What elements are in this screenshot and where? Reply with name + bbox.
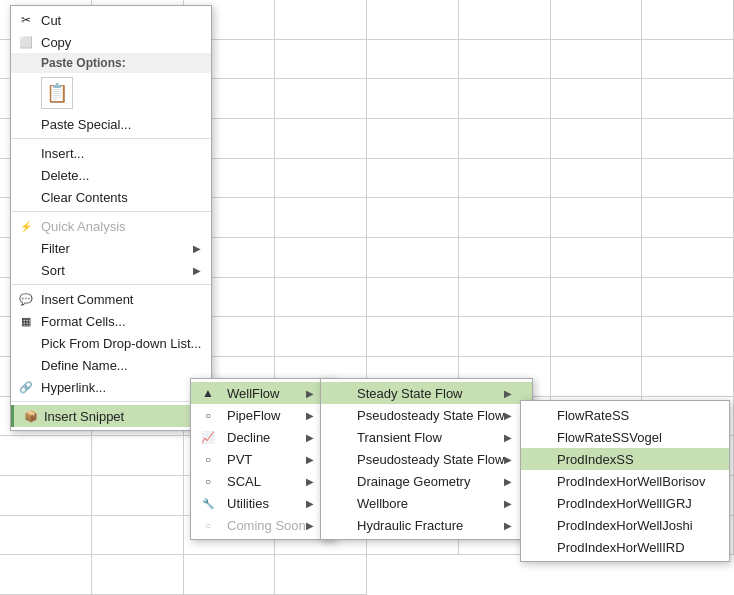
paste-options-label: Paste Options:: [11, 53, 211, 73]
grid-cell: [0, 436, 92, 476]
grid-cell: [275, 79, 367, 119]
grid-cell: [367, 238, 459, 278]
arrow-icon: ▶: [504, 432, 512, 443]
menu-item-drainage-geometry[interactable]: Drainage Geometry ▶: [321, 470, 532, 492]
menu-item-insert-snippet[interactable]: 📦 Insert Snippet ▶: [11, 405, 211, 427]
menu-item-prod-index-ss[interactable]: ProdIndexSS: [521, 448, 729, 470]
grid-cell: [367, 119, 459, 159]
menu-item-pseudosteady-state-flow-1[interactable]: Pseudosteady State Flow ▶: [321, 404, 532, 426]
grid-cell: [92, 555, 184, 595]
menu-item-utilities[interactable]: 🔧 Utilities ▶: [191, 492, 334, 514]
pvt-icon: ○: [199, 450, 217, 468]
arrow-icon: ▶: [504, 520, 512, 531]
grid-cell: [184, 555, 276, 595]
grid-cell: [92, 516, 184, 556]
grid-cell: [367, 317, 459, 357]
grid-cell: [275, 278, 367, 318]
grid-cell: [0, 476, 92, 516]
arrow-icon: ▶: [504, 388, 512, 399]
grid-cell: [642, 238, 734, 278]
grid-cell: [92, 436, 184, 476]
grid-cell: [551, 357, 643, 397]
utilities-icon: 🔧: [199, 494, 217, 512]
grid-cell: [459, 119, 551, 159]
grid-cell: [642, 79, 734, 119]
grid-cell: [551, 198, 643, 238]
grid-cell: [367, 0, 459, 40]
menu-item-hydraulic-fracture[interactable]: Hydraulic Fracture ▶: [321, 514, 532, 536]
menu-item-pseudosteady-state-flow-2[interactable]: Pseudosteady State Flow ▶: [321, 448, 532, 470]
menu-item-delete[interactable]: Delete...: [11, 164, 211, 186]
grid-cell: [275, 198, 367, 238]
grid-cell: [551, 0, 643, 40]
grid-cell: [551, 159, 643, 199]
menu-item-filter[interactable]: Filter ▶: [11, 237, 211, 259]
grid-cell: [642, 40, 734, 80]
arrow-icon: ▶: [306, 410, 314, 421]
grid-cell: [551, 79, 643, 119]
cut-icon: ✂: [17, 11, 35, 29]
comment-icon: 💬: [17, 290, 35, 308]
menu-item-paste-special[interactable]: Paste Special...: [11, 113, 211, 135]
arrow-icon: ▶: [306, 432, 314, 443]
menu-item-wellbore[interactable]: Wellbore ▶: [321, 492, 532, 514]
grid-cell: [551, 317, 643, 357]
grid-cell: [642, 159, 734, 199]
grid-cell: [642, 119, 734, 159]
menu-item-flow-rate-ss-vogel[interactable]: FlowRateSSVogel: [521, 426, 729, 448]
grid-cell: [642, 0, 734, 40]
menu-item-copy[interactable]: ⬜ Copy: [11, 31, 211, 53]
menu-item-insert[interactable]: Insert...: [11, 142, 211, 164]
separator: [11, 284, 211, 285]
menu-item-wellflow[interactable]: ▲ WellFlow ▶: [191, 382, 334, 404]
grid-cell: [642, 357, 734, 397]
menu-item-prod-index-hor-well-borisov[interactable]: ProdIndexHorWellBorisov: [521, 470, 729, 492]
menu-item-clear-contents[interactable]: Clear Contents: [11, 186, 211, 208]
menu-item-sort[interactable]: Sort ▶: [11, 259, 211, 281]
menu-item-coming-soon[interactable]: ○ Coming Soon ▶: [191, 514, 334, 536]
separator: [11, 401, 211, 402]
grid-cell: [551, 278, 643, 318]
arrow-icon: ▶: [306, 520, 314, 531]
paste-icon-button[interactable]: 📋: [41, 77, 73, 109]
menu-item-pipeflow[interactable]: ○ PipeFlow ▶: [191, 404, 334, 426]
menu-item-quick-analysis[interactable]: ⚡ Quick Analysis: [11, 215, 211, 237]
coming-soon-icon: ○: [199, 516, 217, 534]
arrow-icon: ▶: [504, 410, 512, 421]
scal-icon: ○: [199, 472, 217, 490]
grid-cell: [642, 317, 734, 357]
grid-cell: [367, 198, 459, 238]
menu-item-prod-index-hor-well-joshi[interactable]: ProdIndexHorWellJoshi: [521, 514, 729, 536]
arrow-icon: ▶: [504, 454, 512, 465]
separator: [11, 138, 211, 139]
menu-item-pick-dropdown[interactable]: Pick From Drop-down List...: [11, 332, 211, 354]
paste-icon-area: 📋: [11, 73, 211, 113]
menu-item-pvt[interactable]: ○ PVT ▶: [191, 448, 334, 470]
menu-item-insert-comment[interactable]: 💬 Insert Comment: [11, 288, 211, 310]
submenu-steady-state-flow: FlowRateSS FlowRateSSVogel ProdIndexSS P…: [520, 400, 730, 562]
format-cells-icon: ▦: [17, 312, 35, 330]
grid-cell: [275, 159, 367, 199]
grid-cell: [275, 40, 367, 80]
menu-item-transient-flow[interactable]: Transient Flow ▶: [321, 426, 532, 448]
grid-cell: [0, 516, 92, 556]
paste-icon: 📋: [46, 82, 68, 104]
menu-item-format-cells[interactable]: ▦ Format Cells...: [11, 310, 211, 332]
menu-item-decline[interactable]: 📈 Decline ▶: [191, 426, 334, 448]
grid-cell: [459, 79, 551, 119]
menu-item-flow-rate-ss[interactable]: FlowRateSS: [521, 404, 729, 426]
arrow-icon: ▶: [504, 476, 512, 487]
grid-cell: [459, 317, 551, 357]
arrow-icon: ▶: [306, 476, 314, 487]
menu-item-define-name[interactable]: Define Name...: [11, 354, 211, 376]
menu-item-hyperlink[interactable]: 🔗 Hyperlink...: [11, 376, 211, 398]
grid-cell: [275, 119, 367, 159]
menu-item-scal[interactable]: ○ SCAL ▶: [191, 470, 334, 492]
menu-item-cut[interactable]: ✂ Cut: [11, 9, 211, 31]
arrow-icon: ▶: [306, 388, 314, 399]
menu-item-prod-index-hor-well-igrj[interactable]: ProdIndexHorWellIGRJ: [521, 492, 729, 514]
grid-cell: [551, 119, 643, 159]
menu-item-prod-index-hor-well-ird[interactable]: ProdIndexHorWellIRD: [521, 536, 729, 558]
arrow-icon: ▶: [193, 243, 201, 254]
menu-item-steady-state-flow[interactable]: Steady State Flow ▶: [321, 382, 532, 404]
